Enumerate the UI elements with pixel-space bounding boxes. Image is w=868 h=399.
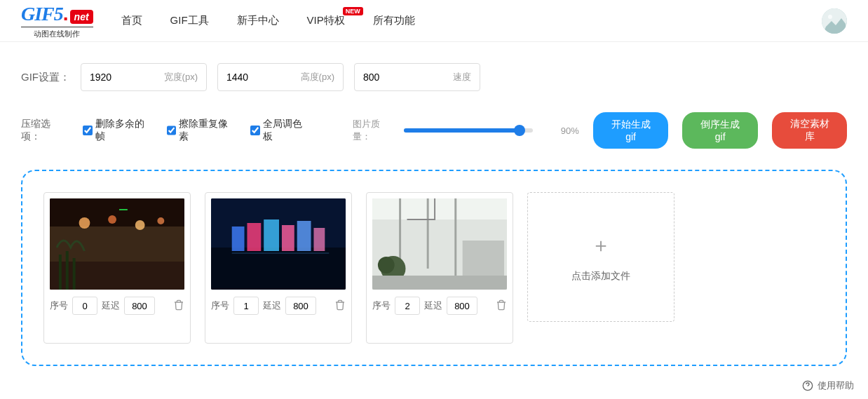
nav-all[interactable]: 所有功能 bbox=[373, 14, 415, 27]
index-input[interactable] bbox=[395, 297, 420, 315]
add-file-label: 点击添加文件 bbox=[571, 270, 630, 283]
svg-rect-20 bbox=[372, 198, 507, 219]
svg-rect-13 bbox=[247, 223, 261, 251]
checkbox-remove-extra-frames[interactable]: 删除多余的帧 bbox=[83, 118, 152, 143]
options-row: 压缩选项： 删除多余的帧 擦除重复像素 全局调色板 图片质量： 90% 开始生成… bbox=[0, 98, 868, 170]
svg-rect-12 bbox=[232, 226, 245, 251]
quality-slider[interactable] bbox=[404, 128, 533, 133]
add-file-card[interactable]: ＋ 点击添加文件 bbox=[527, 192, 674, 322]
svg-rect-11 bbox=[211, 248, 346, 290]
frame-card[interactable]: 序号 延迟 bbox=[205, 192, 352, 344]
frame-thumbnail bbox=[372, 198, 507, 290]
slider-fill bbox=[404, 128, 520, 133]
help-label: 使用帮助 bbox=[818, 379, 854, 387]
height-input-group: 高度(px) bbox=[217, 63, 344, 91]
width-input-group: 宽度(px) bbox=[81, 63, 207, 91]
svg-rect-15 bbox=[282, 225, 294, 251]
checkbox-global-palette[interactable]: 全局调色板 bbox=[250, 118, 311, 143]
logo-tagline: 动图在线制作 bbox=[21, 27, 93, 39]
settings-label: GIF设置： bbox=[21, 71, 70, 84]
quality-section: 图片质量： 90% bbox=[353, 118, 579, 143]
trash-icon[interactable] bbox=[173, 299, 184, 313]
help-link[interactable]: 使用帮助 bbox=[802, 379, 854, 387]
delay-label: 延迟 bbox=[424, 299, 442, 312]
checkbox-label-3: 全局调色板 bbox=[263, 118, 311, 143]
svg-point-25 bbox=[803, 381, 812, 387]
trash-icon[interactable] bbox=[496, 299, 507, 313]
svg-rect-9 bbox=[119, 209, 128, 210]
speed-input[interactable] bbox=[363, 72, 419, 83]
svg-rect-3 bbox=[50, 198, 184, 226]
trash-icon[interactable] bbox=[334, 299, 346, 313]
logo-dot: . bbox=[63, 3, 69, 25]
plus-icon: ＋ bbox=[591, 232, 611, 259]
frame-thumbnail bbox=[211, 198, 346, 290]
svg-rect-16 bbox=[297, 221, 311, 251]
svg-rect-14 bbox=[264, 219, 279, 251]
help-icon bbox=[802, 380, 813, 387]
start-generate-button[interactable]: 开始生成gif bbox=[593, 112, 669, 149]
action-buttons: 开始生成gif 倒序生成gif 清空素材库 bbox=[593, 112, 847, 149]
delay-input[interactable] bbox=[124, 297, 155, 315]
frame-controls: 序号 延迟 bbox=[211, 297, 346, 315]
delay-input[interactable] bbox=[285, 297, 316, 315]
logo-text: GIF5 bbox=[21, 3, 63, 25]
height-input[interactable] bbox=[226, 72, 283, 83]
checkbox-input-3[interactable] bbox=[250, 126, 260, 135]
new-badge: NEW bbox=[343, 7, 363, 15]
svg-point-5 bbox=[108, 215, 116, 224]
speed-input-group: 速度 bbox=[354, 63, 480, 91]
svg-rect-17 bbox=[313, 228, 325, 251]
svg-point-7 bbox=[157, 217, 164, 224]
compress-label: 压缩选项： bbox=[21, 118, 69, 143]
reverse-generate-button[interactable]: 倒序生成gif bbox=[682, 112, 758, 149]
nav-tools[interactable]: GIF工具 bbox=[170, 14, 209, 27]
delay-label: 延迟 bbox=[102, 299, 120, 312]
frames-container: 序号 延迟 序号 延迟 序号 延迟 bbox=[21, 170, 847, 366]
svg-rect-21 bbox=[463, 241, 504, 276]
svg-point-1 bbox=[828, 15, 832, 19]
speed-suffix: 速度 bbox=[453, 71, 471, 83]
frame-card[interactable]: 序号 延迟 bbox=[43, 192, 191, 344]
frame-thumbnail bbox=[50, 198, 184, 290]
frame-controls: 序号 延迟 bbox=[372, 297, 507, 315]
width-input[interactable] bbox=[90, 72, 146, 83]
svg-point-23 bbox=[378, 257, 395, 273]
clear-library-button[interactable]: 清空素材库 bbox=[772, 112, 847, 149]
svg-rect-24 bbox=[372, 276, 507, 290]
checkbox-input-2[interactable] bbox=[167, 126, 177, 135]
height-suffix: 高度(px) bbox=[301, 71, 334, 83]
delay-input[interactable] bbox=[447, 297, 477, 315]
frame-card[interactable]: 序号 延迟 bbox=[366, 192, 513, 344]
quality-value: 90% bbox=[561, 126, 579, 136]
checkbox-erase-duplicate-pixels[interactable]: 擦除重复像素 bbox=[167, 118, 236, 143]
width-suffix: 宽度(px) bbox=[164, 71, 198, 83]
index-label: 序号 bbox=[211, 299, 229, 312]
frame-controls: 序号 延迟 bbox=[50, 297, 184, 315]
checkbox-label-2: 擦除重复像素 bbox=[179, 118, 236, 143]
nav-home[interactable]: 首页 bbox=[121, 14, 142, 27]
logo[interactable]: GIF5 . net 动图在线制作 bbox=[21, 3, 93, 39]
index-label: 序号 bbox=[372, 299, 391, 312]
nav-newbie[interactable]: 新手中心 bbox=[237, 14, 279, 27]
quality-label: 图片质量： bbox=[353, 118, 397, 143]
index-label: 序号 bbox=[50, 299, 68, 312]
nav: 首页 GIF工具 新手中心 VIP特权 NEW 所有功能 bbox=[121, 14, 415, 27]
nav-vip-label: VIP特权 bbox=[307, 14, 345, 26]
slider-thumb[interactable] bbox=[514, 125, 525, 136]
svg-rect-8 bbox=[50, 262, 184, 290]
delay-label: 延迟 bbox=[263, 299, 281, 312]
gif-settings-row: GIF设置： 宽度(px) 高度(px) 速度 bbox=[0, 42, 868, 98]
nav-vip[interactable]: VIP特权 NEW bbox=[307, 14, 345, 27]
header: GIF5 . net 动图在线制作 首页 GIF工具 新手中心 VIP特权 NE… bbox=[0, 0, 868, 42]
checkbox-input-1[interactable] bbox=[83, 126, 93, 135]
index-input[interactable] bbox=[72, 297, 97, 315]
checkbox-label-1: 删除多余的帧 bbox=[95, 118, 153, 143]
avatar[interactable] bbox=[822, 8, 847, 34]
index-input[interactable] bbox=[233, 297, 259, 315]
logo-domain: net bbox=[70, 10, 93, 24]
svg-point-4 bbox=[79, 217, 90, 229]
svg-point-6 bbox=[135, 220, 145, 230]
